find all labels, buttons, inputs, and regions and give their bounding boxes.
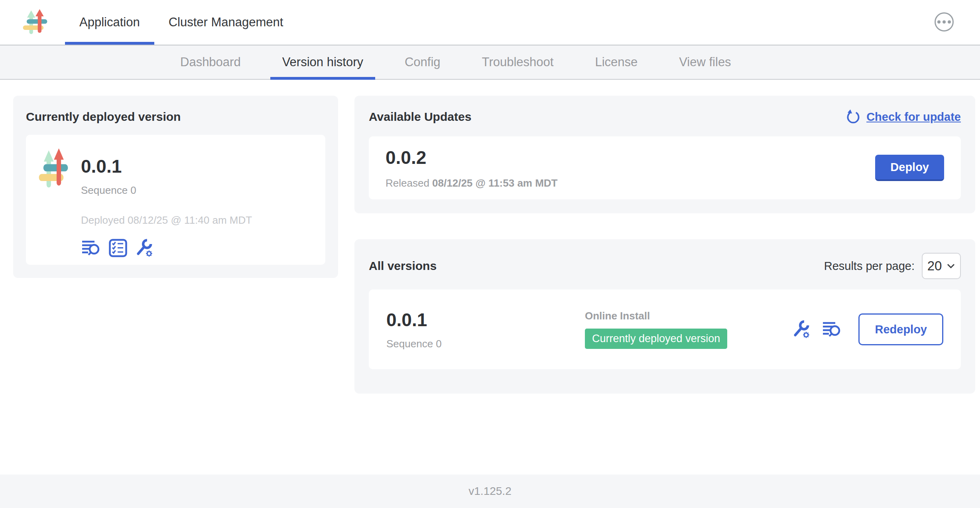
edit-config-icon[interactable]: [134, 238, 153, 258]
results-per-page-label: Results per page:: [824, 260, 915, 273]
available-updates-section: Available Updates Check for update 0.0.2…: [354, 96, 975, 213]
tab-cluster-management[interactable]: Cluster Management: [154, 0, 298, 45]
check-for-update-link[interactable]: Check for update: [846, 109, 961, 124]
redeploy-button[interactable]: Redeploy: [858, 313, 943, 345]
subnav-tab-version-history[interactable]: Version history: [270, 45, 375, 79]
install-type-label: Online Install: [585, 310, 791, 322]
deploy-button[interactable]: Deploy: [875, 155, 944, 181]
chevron-down-icon: [947, 263, 955, 269]
row-version-label: 0.0.1: [386, 309, 585, 331]
footer-version-label: v1.125.2: [468, 485, 511, 498]
refresh-icon: [846, 109, 861, 124]
app-subnav: Dashboard Version history Config Trouble…: [0, 45, 980, 80]
subnav-tab-dashboard[interactable]: Dashboard: [168, 45, 253, 79]
all-versions-section: All versions Results per page: 20 0.0.1 …: [354, 239, 975, 394]
tab-application[interactable]: Application: [65, 0, 154, 45]
app-logo-icon: [23, 9, 47, 35]
version-row: 0.0.1 Sequence 0 Online Install Currentl…: [369, 289, 961, 369]
released-timestamp: Released 08/12/25 @ 11:53 am MDT: [386, 177, 558, 189]
deploy-logs-icon[interactable]: [822, 320, 842, 339]
currently-deployed-card: 0.0.1 Sequence 0 Deployed 08/12/25 @ 11:…: [26, 135, 325, 265]
header-tabs: Application Cluster Management: [65, 0, 297, 45]
subnav-tab-config[interactable]: Config: [393, 45, 453, 79]
available-updates-title: Available Updates: [369, 110, 471, 124]
deployed-version-label: 0.0.1: [81, 156, 252, 177]
edit-config-icon[interactable]: [791, 320, 811, 339]
main-content: Currently deployed version 0.0.1 Sequenc…: [0, 80, 980, 394]
update-version-label: 0.0.2: [386, 147, 558, 168]
currently-deployed-badge: Currently deployed version: [585, 329, 727, 349]
subnav-tab-license[interactable]: License: [583, 45, 649, 79]
currently-deployed-title: Currently deployed version: [26, 110, 325, 124]
app-footer: v1.125.2: [0, 475, 980, 508]
deployed-actions: [81, 238, 252, 258]
deploy-logs-icon[interactable]: [81, 239, 102, 257]
deployed-sequence-label: Sequence 0: [81, 184, 252, 197]
currently-deployed-section: Currently deployed version 0.0.1 Sequenc…: [13, 96, 338, 278]
results-per-page-select[interactable]: 20: [922, 253, 961, 279]
deployed-timestamp: Deployed 08/12/25 @ 11:40 am MDT: [81, 214, 252, 226]
all-versions-title: All versions: [369, 259, 437, 273]
app-icon: [39, 148, 68, 190]
subnav-tab-view-files[interactable]: View files: [667, 45, 743, 79]
ellipsis-menu-button[interactable]: [935, 12, 954, 32]
preflight-checks-icon[interactable]: [109, 239, 127, 257]
update-card: 0.0.2 Released 08/12/25 @ 11:53 am MDT D…: [369, 136, 961, 199]
row-sequence-label: Sequence 0: [386, 338, 585, 350]
app-header: Application Cluster Management: [0, 0, 980, 45]
subnav-tab-troubleshoot[interactable]: Troubleshoot: [470, 45, 566, 79]
